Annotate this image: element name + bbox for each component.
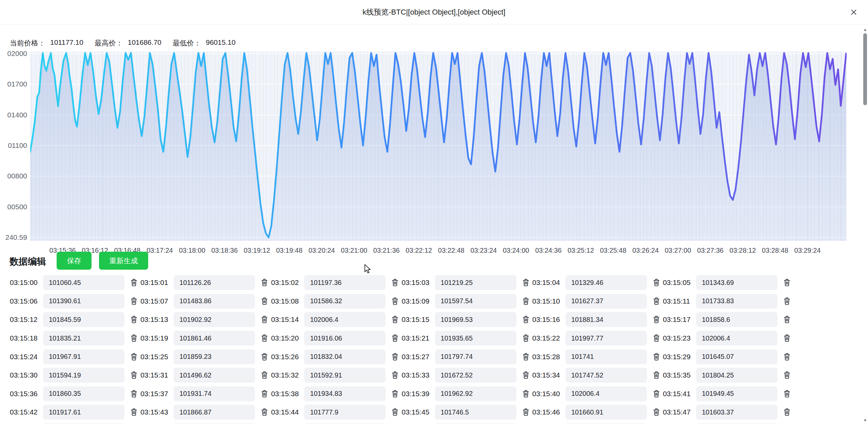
price-input[interactable] [696,349,777,364]
price-input[interactable] [696,275,777,290]
delete-entry-button[interactable] [652,371,660,380]
price-input[interactable] [566,405,647,420]
delete-entry-button[interactable] [260,352,269,361]
price-input[interactable] [174,386,255,401]
delete-entry-button[interactable] [522,389,530,398]
price-input[interactable] [174,331,255,346]
delete-entry-button[interactable] [260,315,269,324]
price-input[interactable] [304,349,386,364]
delete-entry-button[interactable] [130,315,138,324]
delete-entry-button[interactable] [130,371,138,380]
price-input[interactable] [566,349,647,364]
delete-entry-button[interactable] [260,408,269,417]
delete-entry-button[interactable] [783,315,791,324]
price-input[interactable] [566,331,647,346]
price-input[interactable] [566,386,647,401]
delete-entry-button[interactable] [522,297,530,306]
price-input[interactable] [435,349,516,364]
scroll-up-icon[interactable]: ▲ [862,26,868,32]
scroll-down-icon[interactable]: ▼ [862,417,868,423]
close-button[interactable] [849,7,859,17]
price-input[interactable] [696,405,777,420]
delete-entry-button[interactable] [260,334,269,343]
delete-entry-button[interactable] [391,371,399,380]
price-input[interactable] [43,386,124,401]
price-input[interactable] [566,368,647,383]
price-input[interactable] [566,275,647,290]
price-input[interactable] [174,368,255,383]
delete-entry-button[interactable] [522,371,530,380]
delete-entry-button[interactable] [783,334,791,343]
regenerate-button[interactable]: 重新生成 [99,252,148,270]
delete-entry-button[interactable] [260,297,269,306]
delete-entry-button[interactable] [130,389,138,398]
price-input[interactable] [566,294,647,309]
price-input[interactable] [43,275,124,290]
delete-entry-button[interactable] [130,278,138,287]
price-input[interactable] [304,294,386,309]
delete-entry-button[interactable] [391,297,399,306]
price-input[interactable] [43,368,124,383]
price-input[interactable] [696,294,777,309]
delete-entry-button[interactable] [652,315,660,324]
price-input[interactable] [304,331,386,346]
vertical-scrollbar[interactable]: ▲ ▼ [862,24,868,424]
delete-entry-button[interactable] [130,297,138,306]
price-chart-plot[interactable] [30,52,847,241]
delete-entry-button[interactable] [783,408,791,417]
delete-entry-button[interactable] [130,408,138,417]
delete-entry-button[interactable] [652,297,660,306]
price-input[interactable] [174,405,255,420]
price-input[interactable] [435,294,516,309]
delete-entry-button[interactable] [783,389,791,398]
price-input[interactable] [435,405,516,420]
delete-entry-button[interactable] [652,408,660,417]
delete-entry-button[interactable] [522,315,530,324]
delete-entry-button[interactable] [260,371,269,380]
delete-entry-button[interactable] [652,352,660,361]
price-input[interactable] [43,331,124,346]
price-input[interactable] [696,331,777,346]
delete-entry-button[interactable] [783,297,791,306]
price-input[interactable] [174,349,255,364]
delete-entry-button[interactable] [783,352,791,361]
price-input[interactable] [435,386,516,401]
delete-entry-button[interactable] [391,278,399,287]
price-input[interactable] [435,312,516,327]
price-input[interactable] [304,368,386,383]
scrollbar-thumb[interactable] [863,33,867,105]
price-input[interactable] [566,312,647,327]
price-input[interactable] [696,312,777,327]
price-input[interactable] [43,349,124,364]
delete-entry-button[interactable] [130,334,138,343]
price-input[interactable] [43,405,124,420]
price-input[interactable] [304,312,386,327]
price-input[interactable] [304,275,386,290]
delete-entry-button[interactable] [522,408,530,417]
delete-entry-button[interactable] [391,389,399,398]
price-input[interactable] [174,294,255,309]
delete-entry-button[interactable] [391,315,399,324]
price-input[interactable] [435,368,516,383]
delete-entry-button[interactable] [652,389,660,398]
price-input[interactable] [43,312,124,327]
delete-entry-button[interactable] [783,371,791,380]
delete-entry-button[interactable] [783,278,791,287]
price-input[interactable] [696,386,777,401]
delete-entry-button[interactable] [130,352,138,361]
delete-entry-button[interactable] [522,278,530,287]
save-button[interactable]: 保存 [57,252,92,270]
delete-entry-button[interactable] [652,278,660,287]
delete-entry-button[interactable] [522,334,530,343]
price-input[interactable] [174,312,255,327]
delete-entry-button[interactable] [260,278,269,287]
delete-entry-button[interactable] [391,408,399,417]
delete-entry-button[interactable] [522,352,530,361]
price-input[interactable] [435,275,516,290]
price-input[interactable] [174,275,255,290]
delete-entry-button[interactable] [391,334,399,343]
price-input[interactable] [435,331,516,346]
price-input[interactable] [43,294,124,309]
delete-entry-button[interactable] [391,352,399,361]
price-input[interactable] [304,405,386,420]
